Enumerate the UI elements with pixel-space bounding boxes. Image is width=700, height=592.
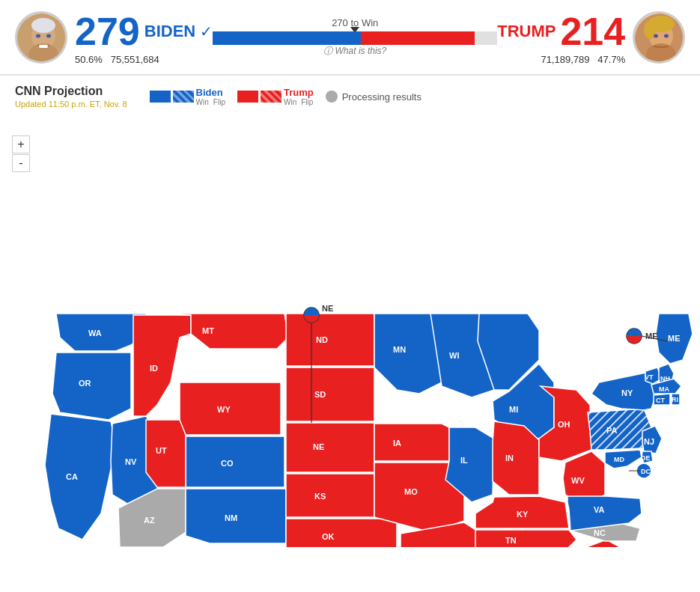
ne-split-left xyxy=(304,308,319,315)
trump-bar xyxy=(361,31,475,45)
state-label-VA: VA xyxy=(594,505,605,514)
biden-score-block: 279 BIDEN ✓ 50.6% 75,551,684 xyxy=(75,9,213,65)
svg-point-13 xyxy=(664,34,669,37)
zoom-out-button[interactable]: - xyxy=(12,154,30,172)
state-OR[interactable] xyxy=(52,353,131,420)
zoom-controls: + - xyxy=(12,135,30,172)
map-legend-header: CNN Projection Updated 11:50 p.m. ET, No… xyxy=(0,76,700,113)
trump-legend-label: Trump xyxy=(284,87,314,98)
trump-avatar xyxy=(633,11,685,64)
state-label-MN: MN xyxy=(393,345,406,354)
state-PA[interactable] xyxy=(588,409,651,450)
trump-percent: 47.7% xyxy=(597,54,625,65)
me-split-left xyxy=(627,329,642,336)
state-label-WV: WV xyxy=(571,476,585,485)
processing-dot xyxy=(326,91,338,103)
svg-point-5 xyxy=(46,34,51,37)
updated-text: Updated 11:50 p.m. ET, Nov. 8 xyxy=(15,100,127,109)
state-label-NV: NV xyxy=(125,457,137,466)
state-label-ME: ME xyxy=(668,334,681,343)
trump-score-block: TRUMP 214 71,189,789 47.7% xyxy=(497,9,625,65)
biden-name: BIDEN xyxy=(144,22,195,41)
state-label-WI: WI xyxy=(449,351,459,360)
ne-split-label: NE xyxy=(322,304,333,313)
biden-win-flip: Win Flip xyxy=(196,98,225,106)
biden-flip-box xyxy=(173,91,194,103)
state-label-NY: NY xyxy=(621,388,633,397)
trump-legend-item: Trump Win Flip xyxy=(237,87,314,106)
biden-avatar xyxy=(15,11,67,64)
state-label-IA: IA xyxy=(393,439,401,448)
state-label-ID: ID xyxy=(150,364,158,373)
biden-legend-label: Biden xyxy=(196,87,225,98)
state-label-MO: MO xyxy=(404,487,418,496)
electoral-map: + - WA OR CA NV ID xyxy=(0,113,700,547)
state-NE[interactable] xyxy=(286,423,374,472)
svg-point-3 xyxy=(31,18,55,33)
state-label-KS: KS xyxy=(314,492,326,501)
trump-flip-box xyxy=(261,91,281,103)
state-TN[interactable] xyxy=(475,530,576,547)
state-label-MI: MI xyxy=(509,405,518,414)
state-label-MA: MA xyxy=(659,385,669,393)
state-label-OK: OK xyxy=(322,532,335,541)
state-SD[interactable] xyxy=(286,367,374,421)
trump-win-flip: Win Flip xyxy=(284,98,314,106)
state-label-CA: CA xyxy=(66,472,78,481)
us-map-svg: WA OR CA NV ID MT WY CO UT AZ NM ND xyxy=(0,113,700,547)
biden-electoral-votes: 279 xyxy=(75,9,140,54)
header: 279 BIDEN ✓ 50.6% 75,551,684 270 to Win … xyxy=(0,0,700,76)
state-label-MT: MT xyxy=(202,326,214,335)
trump-name: TRUMP xyxy=(497,22,556,41)
biden-check-icon: ✓ xyxy=(200,22,213,40)
zoom-in-button[interactable]: + xyxy=(12,135,30,153)
state-ND[interactable] xyxy=(286,314,374,366)
state-label-NM: NM xyxy=(225,513,237,522)
trump-section: TRUMP 214 71,189,789 47.7% xyxy=(497,9,685,65)
projection-info: CNN Projection Updated 11:50 p.m. ET, No… xyxy=(15,85,127,109)
svg-point-12 xyxy=(654,34,658,37)
state-label-WY: WY xyxy=(217,405,231,414)
state-label-TN: TN xyxy=(505,536,517,545)
biden-percent: 50.6% xyxy=(75,54,103,65)
biden-bar xyxy=(213,31,361,45)
remaining-bar xyxy=(475,31,497,45)
state-CA[interactable] xyxy=(45,414,116,540)
svg-point-4 xyxy=(36,34,40,37)
progress-bar xyxy=(213,31,497,45)
biden-legend-item: Biden Win Flip xyxy=(150,87,225,106)
state-label-UT: UT xyxy=(156,446,167,455)
state-OK[interactable] xyxy=(286,519,397,547)
svg-rect-6 xyxy=(39,45,48,48)
trump-win-box xyxy=(237,91,258,103)
state-label-IN: IN xyxy=(505,454,514,463)
state-label-ND: ND xyxy=(316,335,328,344)
biden-win-box xyxy=(150,91,171,103)
state-label-PA: PA xyxy=(606,426,618,435)
state-label-DC: DC xyxy=(641,468,651,475)
state-label-NE: NE xyxy=(313,442,324,451)
state-KS[interactable] xyxy=(286,474,374,517)
biden-votes: 75,551,684 xyxy=(111,54,159,65)
what-is-this-link[interactable]: ⓘ What is this? xyxy=(213,45,497,58)
state-CO[interactable] xyxy=(186,436,284,487)
state-IA[interactable] xyxy=(374,424,449,461)
trump-electoral-votes: 214 xyxy=(560,9,625,54)
biden-section: 279 BIDEN ✓ 50.6% 75,551,684 xyxy=(15,9,213,65)
state-label-NC: NC xyxy=(594,528,606,537)
state-label-KY: KY xyxy=(517,510,529,519)
state-label-AZ: AZ xyxy=(144,516,155,525)
state-label-OH: OH xyxy=(558,420,570,429)
state-label-CO: CO xyxy=(221,459,234,468)
state-label-SD: SD xyxy=(314,390,326,399)
processing-label: Processing results xyxy=(342,91,421,103)
state-MN[interactable] xyxy=(374,314,442,394)
state-label-IL: IL xyxy=(460,456,468,465)
me-split-right xyxy=(627,336,642,344)
trump-votes: 71,189,789 xyxy=(541,54,589,65)
legend: Biden Win Flip Trump Win Flip Proces xyxy=(150,87,421,106)
state-label-RI: RI xyxy=(672,396,678,403)
center-section: 270 to Win ⓘ What is this? xyxy=(213,17,497,58)
state-label-OR: OR xyxy=(79,379,91,388)
state-label-WA: WA xyxy=(88,329,102,338)
